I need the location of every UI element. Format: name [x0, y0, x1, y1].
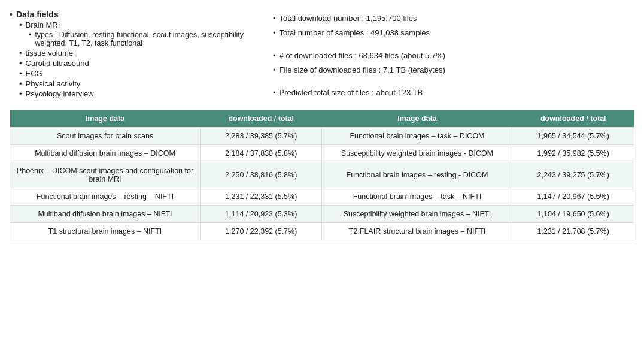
main-layout: Data fields Brain MRI types : Diffusion,… [10, 10, 634, 101]
cell-image2: Susceptibility weighted brain images – N… [322, 206, 512, 223]
table-row: Scout images for brain scans2,283 / 39,3… [10, 128, 634, 145]
cell-dl1: 1,270 / 22,392 (5.7%) [200, 223, 322, 240]
level2-list: Brain MRI types : Diffusion, resting fun… [10, 20, 261, 98]
stats-spacer-1 [273, 41, 634, 49]
cell-image1: Phoenix – DICOM scout images and configu… [10, 162, 201, 188]
cell-dl2: 1,231 / 21,708 (5.7%) [512, 223, 634, 240]
header-dl1: downloaded / total [200, 110, 322, 128]
cell-image2: T2 FLAIR structural brain images – NIFTI [322, 223, 512, 240]
brain-mri-types-item: types : Diffusion, resting functional, s… [10, 31, 261, 47]
table-row: Functional brain images – resting – NIFT… [10, 188, 634, 206]
table-row: Multiband diffusion brain images – NIFTI… [10, 206, 634, 223]
table-section: Image data downloaded / total Image data… [10, 110, 634, 240]
cell-dl2: 1,965 / 34,544 (5.7%) [512, 128, 634, 145]
stats-spacer-2 [273, 78, 634, 86]
cell-dl2: 1,147 / 20,967 (5.5%) [512, 188, 634, 206]
table-row: T1 structural brain images – NIFTI1,270 … [10, 223, 634, 240]
stat-predicted-size: Predicted total size of files : about 12… [273, 86, 634, 99]
tissue-volume-label: tissue volume [26, 49, 73, 58]
stat-total-download: Total download number : 1,195,700 files [273, 12, 634, 25]
carotid-label: Carotid ultrasound [26, 59, 89, 68]
cell-image2: Functional brain images – task – NIFTI [322, 188, 512, 206]
psychology-label: Psycology interview [26, 89, 94, 98]
cell-image2: Susceptibility weighted brain images - D… [322, 145, 512, 162]
table-row: Multiband diffusion brain images – DICOM… [10, 145, 634, 162]
cell-dl1: 2,283 / 39,385 (5.7%) [200, 128, 322, 145]
cell-image1: T1 structural brain images – NIFTI [10, 223, 201, 240]
data-fields-label: Data fields [16, 10, 59, 19]
brain-mri-label: Brain MRI [26, 20, 60, 29]
cell-dl2: 2,243 / 39,275 (5.7%) [512, 162, 634, 188]
stat-downloaded-files: # of downloaded files : 68,634 files (ab… [273, 49, 634, 62]
stat-file-size: File size of downloaded files : 7.1 TB (… [273, 64, 634, 77]
header-dl2: downloaded / total [512, 110, 634, 128]
carotid-item: Carotid ultrasound [10, 59, 261, 68]
stat-total-download-text: Total download number : 1,195,700 files [280, 12, 417, 25]
cell-image1: Functional brain images – resting – NIFT… [10, 188, 201, 206]
stat-downloaded-files-text: # of downloaded files : 68,634 files (ab… [280, 49, 446, 62]
image-data-table: Image data downloaded / total Image data… [10, 110, 634, 240]
stat-predicted-size-text: Predicted total size of files : about 12… [280, 86, 423, 99]
cell-image1: Multiband diffusion brain images – NIFTI [10, 206, 201, 223]
physical-activity-label: Physical activity [26, 79, 81, 88]
cell-dl2: 1,104 / 19,650 (5.6%) [512, 206, 634, 223]
data-fields-section: Data fields [10, 10, 261, 19]
header-image2: Image data [322, 110, 512, 128]
stat-total-samples: Total number of samples : 491,038 sample… [273, 26, 634, 40]
brain-mri-item: Brain MRI [10, 20, 261, 29]
ecg-label: ECG [26, 69, 42, 78]
cell-dl1: 2,184 / 37,830 (5.8%) [200, 145, 322, 162]
left-panel: Data fields Brain MRI types : Diffusion,… [10, 10, 261, 101]
cell-image1: Multiband diffusion brain images – DICOM [10, 145, 201, 162]
tissue-volume-item: tissue volume [10, 49, 261, 58]
header-image1: Image data [10, 110, 201, 128]
cell-image2: Functional brain images – resting - DICO… [322, 162, 512, 188]
table-row: Phoenix – DICOM scout images and configu… [10, 162, 634, 188]
cell-dl2: 1,992 / 35,982 (5.5%) [512, 145, 634, 162]
table-header-row: Image data downloaded / total Image data… [10, 110, 634, 128]
stat-file-size-text: File size of downloaded files : 7.1 TB (… [280, 64, 445, 77]
cell-dl1: 1,231 / 22,331 (5.5%) [200, 188, 322, 206]
cell-image1: Scout images for brain scans [10, 128, 201, 145]
stat-total-samples-text: Total number of samples : 491,038 sample… [280, 26, 430, 40]
right-panel: Total download number : 1,195,700 files … [273, 10, 634, 101]
cell-dl1: 2,250 / 38,816 (5.8%) [200, 162, 322, 188]
physical-activity-item: Physical activity [10, 79, 261, 88]
cell-dl1: 1,114 / 20,923 (5.3%) [200, 206, 322, 223]
brain-mri-types-text: types : Diffusion, resting functional, s… [35, 31, 261, 47]
stats-panel: Total download number : 1,195,700 files … [273, 12, 634, 99]
cell-image2: Functional brain images – task – DICOM [322, 128, 512, 145]
data-fields-header: Data fields [10, 10, 261, 19]
ecg-item: ECG [10, 69, 261, 78]
psychology-item: Psycology interview [10, 89, 261, 98]
